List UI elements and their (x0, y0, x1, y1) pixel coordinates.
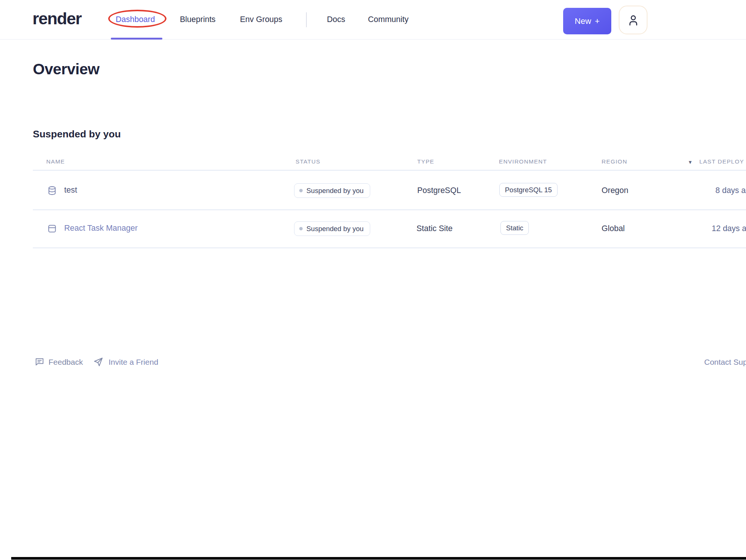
column-header-environment: Environment (499, 158, 547, 165)
column-header-type: Type (417, 158, 434, 165)
bottom-edge-bar (11, 557, 746, 560)
nav-item-dashboard[interactable]: Dashboard (116, 0, 155, 39)
nav-divider (306, 12, 307, 27)
status-dot-icon (299, 227, 303, 230)
column-header-name: Name (46, 158, 65, 165)
database-icon (47, 185, 57, 196)
service-name-link[interactable]: test (64, 186, 77, 195)
column-header-status: Status (296, 158, 321, 165)
status-dot-icon (299, 189, 303, 192)
environment-badge: Static (500, 221, 529, 235)
column-header-region: Region (602, 158, 627, 165)
region-cell: Oregon (602, 186, 628, 195)
region-cell: Global (602, 224, 625, 233)
render-dashboard-page: render Dashboard Blueprints Env Groups D… (0, 0, 746, 560)
last-deploy-cell: 8 days ago (715, 186, 746, 195)
status-badge: Suspended by you (294, 183, 370, 198)
active-tab-underline (111, 38, 162, 40)
account-menu-button[interactable] (619, 6, 647, 34)
row-divider (33, 209, 746, 210)
environment-badge: PostgreSQL 15 (499, 183, 558, 197)
new-button-label: New (575, 16, 591, 26)
type-cell: Static Site (416, 224, 453, 233)
page-title: Overview (33, 60, 99, 78)
nav-item-env-groups[interactable]: Env Groups (240, 0, 283, 39)
last-deploy-cell: 12 days ago (712, 224, 746, 233)
new-button[interactable]: New + (563, 8, 611, 34)
user-avatar-icon (626, 13, 640, 27)
type-cell: PostgreSQL (417, 186, 461, 195)
contact-support-link[interactable]: Contact Support (704, 358, 746, 367)
status-badge: Suspended by you (294, 221, 370, 236)
section-title: Suspended by you (33, 128, 121, 140)
paper-plane-icon (93, 357, 103, 367)
service-name-link[interactable]: React Task Manager (64, 224, 138, 233)
column-header-last-deploy[interactable]: Last Deploy (699, 158, 744, 165)
feedback-link[interactable]: Feedback (49, 358, 83, 367)
sort-desc-icon: ▼ (688, 159, 693, 165)
static-site-icon (47, 223, 57, 234)
render-logo[interactable]: render (32, 9, 81, 28)
nav-item-docs[interactable]: Docs (327, 0, 345, 39)
plus-icon: + (595, 16, 600, 26)
status-label: Suspended by you (306, 187, 363, 195)
row-divider (33, 248, 746, 248)
top-navigation-bar: render Dashboard Blueprints Env Groups D… (0, 0, 746, 40)
table-header-divider (33, 170, 746, 171)
nav-item-blueprints[interactable]: Blueprints (180, 0, 216, 39)
status-label: Suspended by you (306, 225, 363, 233)
invite-a-friend-link[interactable]: Invite a Friend (109, 358, 158, 367)
feedback-icon (34, 357, 45, 367)
nav-item-community[interactable]: Community (368, 0, 409, 39)
